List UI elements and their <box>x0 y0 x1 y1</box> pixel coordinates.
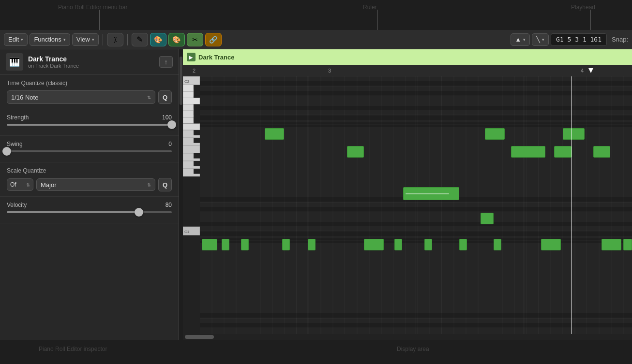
velocity-slider-fill <box>7 211 139 213</box>
svg-rect-11 <box>183 117 194 123</box>
svg-rect-18 <box>183 146 200 153</box>
pencil-chevron-icon: ▾ <box>542 37 544 42</box>
scale-row: Of ⇅ Major ⇅ Q <box>7 178 172 191</box>
note-value-arrows-icon: ⇅ <box>147 95 151 100</box>
view-chevron-icon: ▾ <box>92 37 94 42</box>
color-tool-button[interactable]: 🎨 <box>168 33 185 46</box>
note-1 <box>265 128 284 140</box>
inspector-scrollbar[interactable] <box>179 49 183 340</box>
region-play-icon[interactable]: ▶ <box>187 53 196 61</box>
velocity-value: 80 <box>166 202 172 208</box>
scale-q-button[interactable]: Q <box>158 178 172 191</box>
velocity-slider-thumb[interactable] <box>135 208 143 217</box>
svg-rect-8 <box>194 104 200 109</box>
piano-roll: ▶ Dark Trance 2 3 4 C2 <box>183 49 632 340</box>
roll-body: C2 <box>183 76 632 334</box>
view-menu-button[interactable]: View ▾ <box>72 33 99 46</box>
svg-text:C2: C2 <box>184 80 189 84</box>
svg-rect-12 <box>194 117 200 121</box>
velocity-section: Velocity 80 <box>0 197 179 223</box>
edit-label: Edit <box>8 36 19 43</box>
main-content: 🎹 Dark Trance on Track Dark Trance ↑ Tim… <box>0 49 632 340</box>
svg-text:C1: C1 <box>184 230 189 234</box>
view-label: View <box>76 36 90 43</box>
ruler-annotation: Ruler <box>363 4 377 11</box>
grid-background-svg <box>200 76 632 334</box>
note-6 <box>511 146 545 158</box>
of-select[interactable]: Of ⇅ <box>7 178 33 191</box>
note-16 <box>394 239 402 250</box>
edit-menu-button[interactable]: Edit ▾ <box>4 33 28 46</box>
svg-rect-7 <box>183 104 194 111</box>
inspector-scroll-thumb[interactable] <box>180 57 182 105</box>
svg-rect-13 <box>183 124 200 130</box>
of-label: Of <box>10 181 16 188</box>
svg-rect-4 <box>183 91 194 98</box>
note-value-select[interactable]: 1/16 Note ⇅ <box>7 90 155 104</box>
quantize-row: 1/16 Note ⇅ Q <box>7 90 172 104</box>
menu-bar-annotation: Piano Roll Editor menu bar <box>58 4 127 11</box>
note-13 <box>282 239 290 250</box>
quantize-q-button[interactable]: Q <box>158 90 172 104</box>
brush-tool-button[interactable]: 🎨 <box>150 33 166 46</box>
track-header: 🎹 Dark Trance on Track Dark Trance ↑ <box>0 49 179 75</box>
pointer-icon: ▲ <box>515 36 521 43</box>
of-arrows-icon: ⇅ <box>26 182 30 188</box>
link-tool-button[interactable]: 🔗 <box>205 33 222 46</box>
swing-slider-thumb[interactable] <box>2 147 11 156</box>
note-15 <box>364 239 383 250</box>
major-arrows-icon: ⇅ <box>147 182 151 188</box>
strength-param-row: Strength 100 <box>7 114 172 121</box>
piano-keys: C2 <box>183 76 200 334</box>
position-value: G1 5 3 1 161 <box>556 36 602 43</box>
track-info: Dark Trance on Track Dark Trance <box>28 55 154 69</box>
position-display: G1 5 3 1 161 <box>551 33 607 46</box>
pointer-tool-button[interactable]: ▲ ▾ <box>511 33 530 46</box>
pencil-tool-button[interactable]: ✎ <box>132 33 148 46</box>
note-4 <box>485 128 504 140</box>
time-quantize-label: Time Quantize (classic) <box>7 80 172 87</box>
functions-chevron-icon: ▾ <box>63 37 66 42</box>
grid-scrollbar-thumb[interactable] <box>185 335 214 339</box>
display-annotation: Display area <box>397 346 429 352</box>
ruler: 2 3 4 <box>183 65 632 76</box>
note-21 <box>602 239 621 250</box>
track-name: Dark Trance <box>28 55 154 63</box>
region-name: Dark Trance <box>198 54 234 61</box>
svg-rect-20 <box>194 153 200 159</box>
svg-rect-24 <box>194 169 200 174</box>
velocity-label: Velocity <box>7 202 27 208</box>
ruler-mark-4: 4 <box>581 68 584 73</box>
grid-scrollbar[interactable] <box>183 334 632 340</box>
svg-rect-9 <box>183 111 194 117</box>
strength-slider-track[interactable] <box>7 124 172 126</box>
upload-button[interactable]: ↑ <box>159 56 173 68</box>
functions-menu-button[interactable]: Functions ▾ <box>30 33 70 46</box>
quantize-icon-button[interactable]: ⁒ <box>107 33 123 46</box>
velocity-param-row: Velocity 80 <box>7 202 172 208</box>
track-icon-symbol: 🎹 <box>9 57 20 67</box>
swing-slider-track[interactable] <box>7 150 172 152</box>
velocity-slider-track[interactable] <box>7 211 172 213</box>
cursor-tool-button[interactable]: ✂ <box>187 33 203 46</box>
right-tools: ▲ ▾ ╲ ▾ G1 5 3 1 161 Snap: <box>511 33 628 46</box>
major-select[interactable]: Major ⇅ <box>36 178 155 191</box>
snap-label: Snap: <box>612 36 628 43</box>
note-5 <box>481 213 494 224</box>
strength-value: 100 <box>162 114 172 121</box>
time-quantize-section: Time Quantize (classic) 1/16 Note ⇅ Q <box>0 75 179 109</box>
scale-quantize-label: Scale Quantize <box>7 167 172 174</box>
note-7 <box>554 146 572 158</box>
svg-rect-10 <box>194 111 200 115</box>
ruler-mark-3: 3 <box>328 68 331 73</box>
note-9 <box>593 146 611 158</box>
strength-section: Strength 100 <box>0 109 179 136</box>
region-header: ▶ Dark Trance <box>183 49 632 65</box>
pencil-tool-button-2[interactable]: ╲ ▾ <box>532 33 549 46</box>
note-12 <box>241 239 249 250</box>
note-3 <box>403 187 459 200</box>
strength-slider-thumb[interactable] <box>167 120 176 129</box>
swing-param-row: Swing 0 <box>7 141 172 147</box>
swing-value: 0 <box>168 141 172 147</box>
note-11 <box>222 239 229 250</box>
